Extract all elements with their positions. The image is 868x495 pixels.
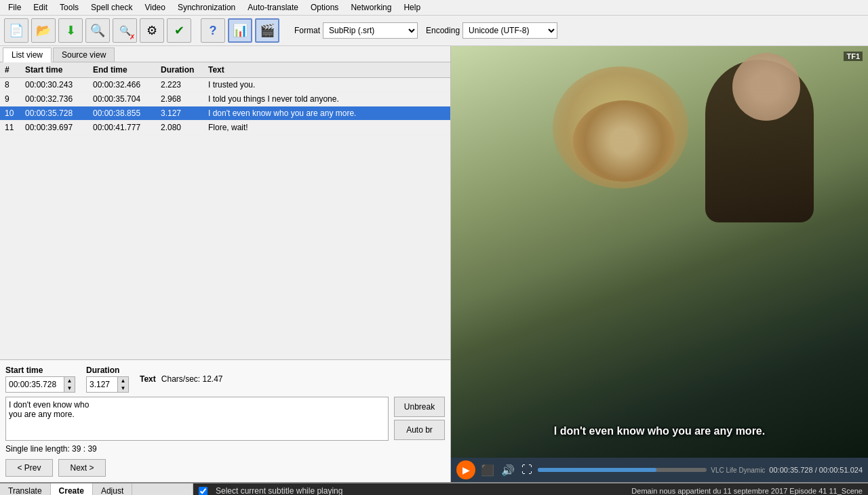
format-label: Format (294, 26, 320, 35)
chars-per-sec: Chars/sec: 12.47 (161, 374, 223, 384)
col-start: Start time (23, 64, 91, 76)
open-button[interactable]: 📂 (31, 18, 56, 43)
video-button[interactable]: 🎬 (255, 18, 279, 43)
next-button[interactable]: Next > (58, 459, 106, 477)
table-row[interactable]: 9 00:00:32.736 00:00:35.704 2.968 I told… (0, 92, 450, 106)
bottom-left: Translate Create Adjust Insert new subti… (0, 483, 193, 495)
duration-label: Duration (86, 365, 129, 375)
edit-area: Start time ▲ ▼ Duration ▲ (0, 359, 450, 482)
time-display: 00:00:35.728 / 00:00:51.024 (769, 466, 863, 474)
waveform-header: Select current subtitle while playing De… (193, 483, 868, 495)
menu-synchronization[interactable]: Synchronization (172, 1, 241, 14)
col-text: Text (206, 64, 448, 76)
menu-options[interactable]: Options (305, 1, 344, 14)
toolbar: 📄 📂 ⬇ 🔍 🔍✗ ⚙ ✔ ? 📊 🎬 Format SubRip (.srt… (0, 16, 868, 46)
auto-br-button[interactable]: Auto br (394, 420, 445, 440)
menu-tools[interactable]: Tools (54, 1, 84, 14)
episode-label: Demain nous appartient du 11 septembre 2… (631, 487, 863, 495)
settings-button[interactable]: ⚙ (140, 18, 164, 43)
edit-row2: I don't even know who you are any more. … (5, 397, 445, 454)
menubar: File Edit Tools Spell check Video Synchr… (0, 0, 868, 16)
new-button[interactable]: 📄 (4, 18, 28, 43)
view-tabs: List view Source view (0, 46, 450, 62)
replace-button[interactable]: 🔍✗ (113, 18, 137, 43)
play-button[interactable]: ▶ (456, 460, 475, 479)
duration-input[interactable] (87, 378, 117, 391)
download-button[interactable]: ⬇ (58, 18, 83, 43)
menu-edit[interactable]: Edit (28, 1, 53, 14)
vlc-label: VLC Life Dynamic (711, 467, 765, 474)
select-playing-label: Select current subtitle while playing (216, 486, 342, 495)
text-field-label: Text (140, 374, 156, 384)
subtitle-text-input[interactable]: I don't even know who you are any more. (5, 397, 389, 441)
tab-translate[interactable]: Translate (0, 483, 51, 495)
start-time-group: Start time ▲ ▼ (5, 365, 75, 393)
waveform-panel: Select current subtitle while playing De… (193, 483, 868, 495)
tab-source-view[interactable]: Source view (53, 47, 115, 62)
menu-spellcheck[interactable]: Spell check (85, 1, 138, 14)
waveform-button[interactable]: 📊 (228, 18, 252, 43)
menu-networking[interactable]: Networking (345, 1, 397, 14)
menu-help[interactable]: Help (398, 1, 426, 14)
left-panel: List view Source view # Start time End t… (0, 46, 451, 482)
col-duration: Duration (159, 64, 206, 76)
video-subtitle: I don't even know who you are any more. (451, 425, 868, 437)
volume-button[interactable]: 🔊 (500, 462, 516, 478)
col-num: # (3, 64, 23, 76)
subtitle-table: # Start time End time Duration Text 8 00… (0, 62, 450, 359)
video-controls: ▶ ⬛ 🔊 ⛶ VLC Life Dynamic 00:00:35.728 / … (451, 458, 868, 482)
bottom-tabs: Translate Create Adjust (0, 483, 193, 495)
tab-list-view[interactable]: List view (3, 47, 52, 62)
duration-spin: ▲ ▼ (117, 377, 128, 392)
table-row[interactable]: 8 00:00:30.243 00:00:32.466 2.223 I trus… (0, 78, 450, 92)
help-button[interactable]: ? (201, 18, 225, 43)
main-layout: List view Source view # Start time End t… (0, 46, 868, 482)
table-row-selected[interactable]: 10 00:00:35.728 00:00:38.855 3.127 I don… (0, 106, 450, 121)
start-time-spin: ▲ ▼ (64, 377, 75, 392)
progress-fill (538, 468, 656, 472)
fullscreen-button[interactable]: ⛶ (520, 462, 534, 477)
duration-down[interactable]: ▼ (117, 384, 128, 392)
video-area: TF1 I don't even know who you are any mo… (451, 46, 868, 458)
start-time-down[interactable]: ▼ (64, 384, 75, 392)
line-length: Single line length: 39 : 39 (5, 444, 389, 454)
find-button[interactable]: 🔍 (85, 18, 110, 43)
duration-up[interactable]: ▲ (117, 377, 128, 384)
duration-wrapper: ▲ ▼ (86, 376, 129, 393)
menu-file[interactable]: File (3, 1, 26, 14)
table-row[interactable]: 11 00:00:39.697 00:00:41.777 2.080 Flore… (0, 121, 450, 135)
text-area-wrapper: I don't even know who you are any more. … (5, 397, 389, 454)
right-panel: TF1 I don't even know who you are any mo… (451, 46, 868, 482)
edit-buttons: Unbreak Auto br (394, 397, 445, 454)
text-chars: Text Chars/sec: 12.47 (140, 374, 223, 384)
start-time-input[interactable] (6, 378, 64, 391)
tab-create[interactable]: Create (51, 483, 93, 495)
bottom-section: Translate Create Adjust Insert new subti… (0, 482, 868, 495)
prev-button[interactable]: < Prev (5, 459, 53, 477)
menu-video[interactable]: Video (139, 1, 170, 14)
unbreak-button[interactable]: Unbreak (394, 397, 445, 417)
start-time-up[interactable]: ▲ (64, 377, 75, 384)
channel-logo: TF1 (844, 52, 863, 61)
tab-adjust[interactable]: Adjust (93, 483, 132, 495)
col-end: End time (91, 64, 159, 76)
encoding-select[interactable]: Unicode (UTF-8) (462, 22, 557, 39)
progress-bar[interactable] (538, 468, 707, 472)
check-button[interactable]: ✔ (167, 18, 191, 43)
duration-group: Duration ▲ ▼ (86, 365, 129, 393)
select-checkbox[interactable] (199, 487, 208, 496)
table-header: # Start time End time Duration Text (0, 62, 450, 78)
nav-buttons: < Prev Next > (5, 459, 445, 477)
start-time-label: Start time (5, 365, 75, 375)
stop-button[interactable]: ⬛ (479, 462, 496, 478)
start-time-wrapper: ▲ ▼ (5, 376, 75, 393)
table-body: 8 00:00:30.243 00:00:32.466 2.223 I trus… (0, 78, 450, 359)
menu-autotranslate[interactable]: Auto-translate (242, 1, 304, 14)
encoding-label: Encoding (426, 26, 460, 35)
edit-row1: Start time ▲ ▼ Duration ▲ (5, 365, 445, 393)
format-select[interactable]: SubRip (.srt) (323, 22, 418, 39)
